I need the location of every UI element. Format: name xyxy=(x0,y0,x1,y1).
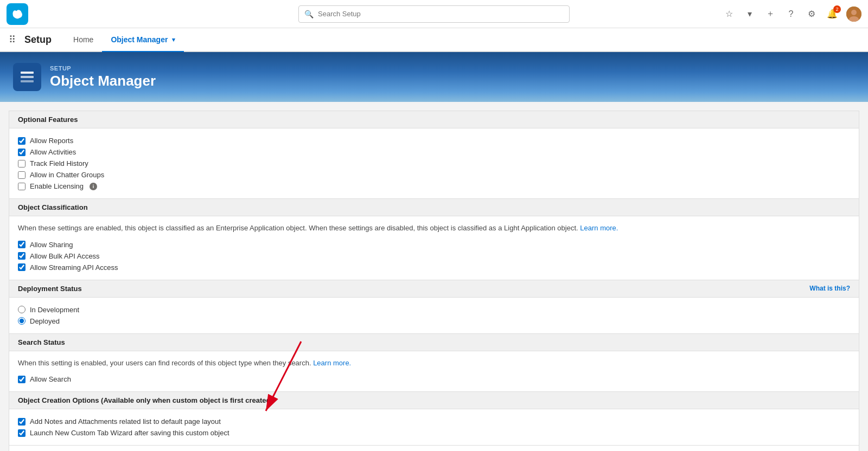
svg-point-6 xyxy=(851,10,857,15)
checkbox-launch-tab-wizard[interactable]: Launch New Custom Tab Wizard after savin… xyxy=(18,427,850,439)
allow-reports-label: Allow Reports xyxy=(30,137,73,145)
setup-gear-icon[interactable]: ⚙ xyxy=(805,8,818,21)
what-is-this-link[interactable]: What is this? xyxy=(809,285,850,292)
optional-features-header: Optional Features xyxy=(9,111,859,128)
checkbox-allow-sharing[interactable]: Allow Sharing xyxy=(18,239,850,250)
salesforce-logo[interactable] xyxy=(7,3,28,25)
checkbox-allow-streaming-api[interactable]: Allow Streaming API Access xyxy=(18,262,850,273)
checkbox-add-notes-attachments[interactable]: Add Notes and Attachments related list t… xyxy=(18,416,850,427)
radio-in-development[interactable]: In Development xyxy=(18,304,850,315)
search-bar[interactable]: 🔍 xyxy=(298,5,570,23)
search-input[interactable] xyxy=(318,10,564,18)
tab-object-manager[interactable]: Object Manager ▾ xyxy=(102,28,184,52)
launch-tab-wizard-label: Launch New Custom Tab Wizard after savin… xyxy=(30,429,229,437)
track-field-history-checkbox[interactable] xyxy=(18,160,25,167)
favorites-icon[interactable]: ☆ xyxy=(723,8,736,21)
secondary-navigation: ⠿ Setup Home Object Manager ▾ xyxy=(0,28,868,52)
allow-search-checkbox[interactable] xyxy=(18,376,25,383)
checkbox-track-field-history[interactable]: Track Field History xyxy=(18,158,850,169)
checkbox-allow-bulk-api[interactable]: Allow Bulk API Access xyxy=(18,250,850,262)
enable-licensing-label: Enable Licensing xyxy=(30,182,84,190)
object-creation-body: Add Notes and Attachments related list t… xyxy=(9,409,859,445)
allow-activities-label: Allow Activities xyxy=(30,148,76,156)
allow-search-label: Allow Search xyxy=(30,375,71,383)
radio-deployed[interactable]: Deployed xyxy=(18,315,850,327)
object-classification-description: When these settings are enabled, this ob… xyxy=(18,223,850,234)
search-status-section: Search Status When this setting is enabl… xyxy=(9,334,859,392)
checkbox-allow-reports[interactable]: Allow Reports xyxy=(18,135,850,146)
add-notes-attachments-checkbox[interactable] xyxy=(18,418,25,426)
footer-buttons: Save Save & New Cancel xyxy=(9,446,859,451)
hero-banner: SETUP Object Manager xyxy=(0,52,868,102)
svg-rect-8 xyxy=(21,72,34,74)
enable-licensing-checkbox[interactable] xyxy=(18,183,25,190)
launch-tab-wizard-checkbox[interactable] xyxy=(18,429,25,437)
nav-icons: ☆ ▾ ＋ ? ⚙ 🔔 2 xyxy=(723,7,861,22)
svg-rect-10 xyxy=(21,80,34,82)
add-icon[interactable]: ＋ xyxy=(764,8,777,21)
optional-features-section: Optional Features Allow Reports Allow Ac… xyxy=(9,111,859,199)
setup-title: Setup xyxy=(24,34,52,46)
favorites-dropdown-icon[interactable]: ▾ xyxy=(743,8,756,21)
notification-badge: 2 xyxy=(833,5,841,13)
dropdown-chevron-icon: ▾ xyxy=(172,36,175,43)
deployed-radio[interactable] xyxy=(18,317,25,325)
deployment-status-section: Deployment Status What is this? In Devel… xyxy=(9,280,859,334)
page-title: Object Manager xyxy=(50,73,156,89)
search-status-header: Search Status xyxy=(9,334,859,351)
help-icon[interactable]: ? xyxy=(784,8,797,21)
in-development-radio[interactable] xyxy=(18,306,25,313)
allow-streaming-api-label: Allow Streaming API Access xyxy=(30,263,118,272)
track-field-history-label: Track Field History xyxy=(30,159,88,167)
allow-chatter-groups-label: Allow in Chatter Groups xyxy=(30,171,104,179)
object-classification-body: When these settings are enabled, this ob… xyxy=(9,216,859,280)
main-content: Optional Features Allow Reports Allow Ac… xyxy=(0,102,868,451)
object-classification-section: Object Classification When these setting… xyxy=(9,199,859,280)
allow-bulk-api-label: Allow Bulk API Access xyxy=(30,252,100,260)
svg-point-4 xyxy=(17,11,22,17)
search-status-description: When this setting is enabled, your users… xyxy=(18,358,850,369)
checkbox-allow-search[interactable]: Allow Search xyxy=(18,373,850,385)
setup-label: SETUP xyxy=(50,65,156,72)
object-creation-section: Object Creation Options (Available only … xyxy=(9,392,859,446)
hero-text: SETUP Object Manager xyxy=(50,65,156,89)
deployed-label: Deployed xyxy=(30,317,60,325)
avatar[interactable] xyxy=(846,7,861,22)
svg-rect-9 xyxy=(21,76,34,78)
tab-home[interactable]: Home xyxy=(65,28,102,52)
object-classification-header: Object Classification xyxy=(9,199,859,216)
svg-point-3 xyxy=(13,10,17,16)
search-icon: 🔍 xyxy=(304,10,314,18)
deployment-status-header: Deployment Status What is this? xyxy=(9,280,859,298)
in-development-label: In Development xyxy=(30,306,79,314)
allow-sharing-checkbox[interactable] xyxy=(18,241,25,248)
allow-activities-checkbox[interactable] xyxy=(18,149,25,156)
allow-sharing-label: Allow Sharing xyxy=(30,241,73,249)
search-status-body: When this setting is enabled, your users… xyxy=(9,351,859,392)
deployment-status-body: In Development Deployed xyxy=(9,298,859,333)
optional-features-body: Allow Reports Allow Activities Track Fie… xyxy=(9,128,859,198)
search-status-learn-more[interactable]: Learn more. xyxy=(313,359,351,367)
add-notes-attachments-label: Add Notes and Attachments related list t… xyxy=(30,417,221,426)
checkbox-allow-activities[interactable]: Allow Activities xyxy=(18,146,850,158)
allow-streaming-api-checkbox[interactable] xyxy=(18,263,25,271)
checkbox-enable-licensing[interactable]: Enable Licensing i xyxy=(18,181,850,192)
top-navigation: 🔍 ☆ ▾ ＋ ? ⚙ 🔔 2 xyxy=(0,0,868,28)
object-classification-learn-more[interactable]: Learn more. xyxy=(580,224,618,232)
allow-reports-checkbox[interactable] xyxy=(18,137,25,145)
enable-licensing-info-icon[interactable]: i xyxy=(90,183,97,190)
notifications-icon[interactable]: 🔔 2 xyxy=(826,8,839,21)
allow-chatter-groups-checkbox[interactable] xyxy=(18,171,25,179)
object-creation-header: Object Creation Options (Available only … xyxy=(9,392,859,409)
grid-icon[interactable]: ⠿ xyxy=(9,34,16,46)
allow-bulk-api-checkbox[interactable] xyxy=(18,252,25,260)
checkbox-allow-chatter-groups[interactable]: Allow in Chatter Groups xyxy=(18,169,850,181)
hero-icon xyxy=(13,63,41,91)
